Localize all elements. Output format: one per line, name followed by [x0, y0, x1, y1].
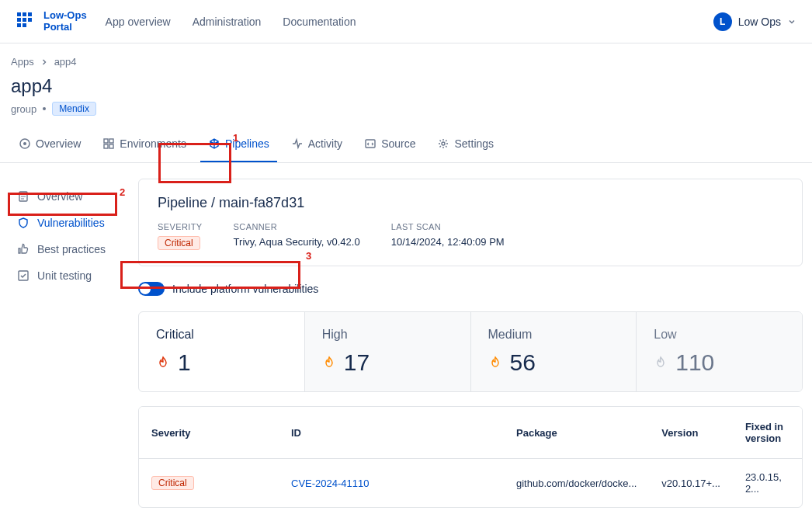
- flame-icon: [156, 356, 170, 370]
- toggle-knob: [140, 283, 151, 294]
- nav-administration[interactable]: Administration: [193, 16, 262, 28]
- nav-links: App overview Administration Documentatio…: [106, 16, 356, 28]
- include-platform-toggle[interactable]: [138, 282, 165, 296]
- user-name: Low Ops: [738, 16, 781, 28]
- nav-app-overview[interactable]: App overview: [106, 16, 171, 28]
- annotation-label-2: 2: [120, 186, 125, 198]
- sidebar-item-unit-testing[interactable]: Unit testing: [0, 262, 123, 289]
- logo-text: Low-Ops Portal: [43, 10, 87, 33]
- stat-label: Medium: [488, 328, 619, 342]
- tab-label: Overview: [36, 137, 81, 150]
- pipeline-prefix: Pipeline /: [158, 195, 215, 210]
- content: Overview Vulnerabilities Best practices …: [0, 163, 812, 523]
- svg-rect-7: [23, 23, 26, 27]
- breadcrumb-root[interactable]: Apps: [11, 56, 34, 68]
- flame-icon: [322, 356, 336, 370]
- doc-icon: [17, 190, 29, 203]
- severity-badge: Critical: [158, 236, 200, 250]
- stat-label: Critical: [156, 328, 287, 342]
- stat-value: 110: [675, 349, 714, 376]
- row-package: github.com/docker/docke...: [504, 459, 649, 508]
- page-subtitle: group Mendix: [11, 102, 801, 116]
- breadcrumb-current: app4: [54, 56, 77, 68]
- avatar: L: [713, 12, 732, 31]
- svg-rect-14: [366, 140, 375, 148]
- tab-label: Pipelines: [225, 137, 269, 150]
- sidebar-label: Overview: [37, 190, 82, 203]
- toggle-row: Include platform vulnerabilities: [138, 277, 803, 300]
- svg-rect-11: [109, 139, 113, 143]
- overview-icon: [19, 137, 31, 150]
- stat-critical[interactable]: Critical 1: [139, 312, 304, 391]
- row-version: v20.10.17+...: [649, 459, 733, 508]
- stat-high[interactable]: High 17: [304, 312, 470, 391]
- svg-rect-2: [28, 12, 32, 16]
- engine-badge: Mendix: [52, 102, 96, 116]
- stat-label: High: [322, 328, 453, 342]
- meta-label: LAST SCAN: [391, 222, 505, 231]
- table-row[interactable]: Critical CVE-2024-41110 github.com/docke…: [139, 459, 802, 508]
- activity-icon: [291, 137, 304, 150]
- chevron-down-icon: [787, 17, 796, 26]
- svg-rect-3: [17, 18, 21, 22]
- svg-rect-4: [23, 18, 26, 22]
- sidebar-label: Unit testing: [37, 269, 92, 282]
- main-panel: Pipeline / main-fa87d31 SEVERITY Critica…: [138, 179, 803, 508]
- page-title: app4: [11, 75, 801, 97]
- th-fixed[interactable]: Fixed in version: [733, 407, 802, 459]
- tabs: Overview Environments Pipelines Activity…: [11, 130, 801, 162]
- th-version[interactable]: Version: [649, 407, 733, 459]
- svg-rect-5: [28, 18, 32, 22]
- pipeline-title: Pipeline / main-fa87d31: [158, 195, 783, 211]
- svg-point-15: [442, 142, 445, 145]
- tab-overview[interactable]: Overview: [11, 130, 88, 162]
- svg-rect-13: [109, 144, 113, 148]
- tab-label: Activity: [308, 137, 342, 150]
- code-icon: [364, 137, 377, 150]
- row-fixed: 23.0.15, 2...: [733, 459, 802, 508]
- sidebar: Overview Vulnerabilities Best practices …: [0, 179, 123, 289]
- flame-icon: [488, 356, 502, 370]
- stat-medium[interactable]: Medium 56: [470, 312, 637, 391]
- tab-label: Settings: [454, 137, 494, 150]
- sidebar-item-overview[interactable]: Overview: [0, 183, 123, 210]
- tab-settings[interactable]: Settings: [429, 130, 501, 162]
- tab-source[interactable]: Source: [356, 130, 423, 162]
- page-header: Apps app4 app4 group Mendix Overview Env…: [0, 43, 812, 163]
- breadcrumb: Apps app4: [11, 56, 801, 68]
- meta-label: SEVERITY: [158, 222, 203, 231]
- meta-label: SCANNER: [234, 222, 360, 231]
- th-id[interactable]: ID: [279, 407, 504, 459]
- toggle-label: Include platform vulnerabilities: [172, 283, 318, 295]
- nav-documentation[interactable]: Documentation: [283, 16, 356, 28]
- stat-value: 17: [344, 349, 370, 376]
- logo-icon: [16, 11, 37, 33]
- vuln-table: Severity ID Package Version Fixed in ver…: [138, 406, 803, 508]
- header-left: Low-Ops Portal App overview Administrati…: [16, 10, 356, 33]
- tab-environments[interactable]: Environments: [95, 130, 194, 162]
- meta-lastscan: LAST SCAN 10/14/2024, 12:40:09 PM: [391, 222, 505, 250]
- dot-separator: [43, 107, 46, 110]
- stat-label: Low: [654, 328, 785, 342]
- svg-rect-12: [104, 144, 108, 148]
- cve-link[interactable]: CVE-2024-41110: [291, 478, 369, 489]
- logo[interactable]: Low-Ops Portal: [16, 10, 87, 33]
- sidebar-label: Vulnerabilities: [37, 217, 105, 229]
- sidebar-item-vulnerabilities[interactable]: Vulnerabilities: [0, 210, 123, 236]
- pipeline-meta: SEVERITY Critical SCANNER Trivy, Aqua Se…: [158, 222, 783, 250]
- table-header-row: Severity ID Package Version Fixed in ver…: [139, 407, 802, 459]
- tab-pipelines[interactable]: Pipelines: [200, 130, 277, 162]
- annotation-label-3: 3: [306, 250, 311, 262]
- th-package[interactable]: Package: [504, 407, 649, 459]
- th-severity[interactable]: Severity: [139, 407, 279, 459]
- tab-activity[interactable]: Activity: [283, 130, 350, 162]
- svg-rect-0: [17, 12, 21, 16]
- sidebar-label: Best practices: [37, 243, 106, 255]
- user-menu[interactable]: L Low Ops: [713, 12, 796, 31]
- stat-value: 1: [178, 349, 191, 376]
- pipeline-card: Pipeline / main-fa87d31 SEVERITY Critica…: [138, 179, 803, 266]
- shield-icon: [17, 217, 29, 229]
- stat-low[interactable]: Low 110: [636, 312, 802, 391]
- sidebar-item-best-practices[interactable]: Best practices: [0, 236, 123, 262]
- stat-value: 56: [510, 349, 536, 376]
